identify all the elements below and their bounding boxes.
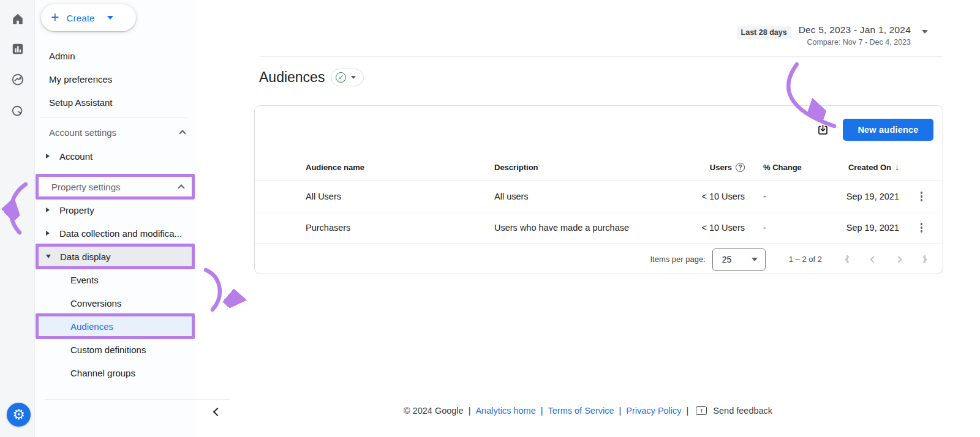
cell-created-on: Sep 19, 2021 xyxy=(803,223,899,233)
page-size-select[interactable]: 25 xyxy=(712,248,766,271)
date-range-picker[interactable]: Last 28 days Dec 5, 2023 - Jan 1, 2024 C… xyxy=(737,24,928,47)
audiences-card: New audience Audience name Description U… xyxy=(254,105,943,274)
date-range-value: Dec 5, 2023 - Jan 1, 2024 xyxy=(799,24,911,35)
footer: © 2024 Google | Analytics home | Terms o… xyxy=(196,406,980,416)
nav-item-property[interactable]: Property xyxy=(35,198,196,222)
nav-item-custom-definitions[interactable]: Custom definitions xyxy=(35,338,196,361)
chevron-down-icon xyxy=(752,258,758,261)
expand-arrow-icon xyxy=(46,154,50,159)
cell-users: < 10 Users xyxy=(699,192,745,201)
chevron-down-icon xyxy=(351,76,356,79)
terms-of-service-link[interactable]: Terms of Service xyxy=(548,406,614,416)
data-quality-indicator[interactable]: ✓ xyxy=(331,69,364,86)
analytics-home-link[interactable]: Analytics home xyxy=(475,406,535,416)
nav-item-conversions[interactable]: Conversions xyxy=(35,291,196,315)
pagination-bar: Items per page: 25 1 – 2 of 2 xyxy=(255,244,943,275)
chevron-up-icon xyxy=(178,184,184,191)
cell-change: - xyxy=(745,223,803,233)
first-page-icon[interactable] xyxy=(846,255,851,263)
expand-arrow-icon xyxy=(46,231,50,236)
pagination-range: 1 – 2 of 2 xyxy=(789,255,822,264)
col-change: % Change xyxy=(745,163,803,172)
create-label: Create xyxy=(66,13,94,23)
cell-description: All users xyxy=(494,192,699,201)
create-button[interactable]: + Create xyxy=(41,4,136,31)
nav-divider xyxy=(40,117,187,118)
main-content: Last 28 days Dec 5, 2023 - Jan 1, 2024 C… xyxy=(196,0,980,437)
cell-description: Users who have made a purchase xyxy=(494,223,699,233)
gear-icon: ⚙ xyxy=(12,408,25,422)
new-audience-button[interactable]: New audience xyxy=(843,119,933,141)
admin-nav: + Create Admin My preferences Setup Assi… xyxy=(35,0,196,437)
admin-gear-button[interactable]: ⚙ xyxy=(7,403,31,427)
chevron-down-icon xyxy=(107,16,113,20)
previous-page-icon[interactable] xyxy=(871,257,876,262)
advertising-icon[interactable] xyxy=(0,99,35,124)
check-circle-icon: ✓ xyxy=(336,72,346,83)
date-range-preset: Last 28 days xyxy=(737,26,791,39)
items-per-page-label: Items per page: xyxy=(650,255,705,264)
table-header-row: Audience name Description Users ? % Chan… xyxy=(255,154,943,181)
nav-item-setup-assistant[interactable]: Setup Assistant xyxy=(35,91,196,114)
privacy-policy-link[interactable]: Privacy Policy xyxy=(626,406,681,416)
plus-icon: + xyxy=(51,10,59,24)
collapse-arrow-icon xyxy=(46,255,51,258)
row-menu-icon[interactable] xyxy=(899,223,944,233)
cell-users: < 10 Users xyxy=(699,223,745,233)
chevron-up-icon xyxy=(179,130,186,136)
nav-section-property-settings[interactable]: Property settings xyxy=(36,174,195,200)
chevron-down-icon xyxy=(922,30,928,34)
last-page-icon[interactable] xyxy=(921,255,925,263)
cell-audience-name: All Users xyxy=(306,192,494,201)
feedback-icon: ! xyxy=(696,406,707,415)
nav-item-audiences[interactable]: Audiences xyxy=(36,313,195,339)
send-feedback-link[interactable]: Send feedback xyxy=(713,406,772,416)
app-rail: ⚙ xyxy=(0,0,35,437)
page-title: Audiences xyxy=(259,69,325,86)
table-row: Purchasers Users who have made a purchas… xyxy=(255,212,943,244)
expand-arrow-icon xyxy=(46,207,50,212)
col-created-on[interactable]: Created On ↓ xyxy=(803,162,899,172)
nav-item-events[interactable]: Events xyxy=(35,268,196,291)
nav-item-admin[interactable]: Admin xyxy=(35,44,196,67)
nav-divider xyxy=(45,399,230,400)
chevron-left-icon xyxy=(213,408,222,416)
nav-item-account[interactable]: Account xyxy=(35,144,196,168)
collapse-nav-button[interactable] xyxy=(209,404,225,420)
table-row: All Users All users < 10 Users - Sep 19,… xyxy=(255,181,943,212)
next-page-icon[interactable] xyxy=(896,257,901,262)
nav-item-my-preferences[interactable]: My preferences xyxy=(35,67,196,91)
nav-item-data-display[interactable]: Data display xyxy=(36,244,195,269)
help-icon[interactable]: ? xyxy=(736,163,745,172)
copyright-text: © 2024 Google xyxy=(404,406,464,416)
cell-audience-name: Purchasers xyxy=(306,223,494,233)
nav-item-data-collection[interactable]: Data collection and modifica... xyxy=(35,222,196,245)
download-icon[interactable] xyxy=(815,122,830,137)
cell-created-on: Sep 19, 2021 xyxy=(803,192,899,201)
cell-change: - xyxy=(745,192,803,201)
col-description: Description xyxy=(494,163,699,172)
sort-descending-icon[interactable]: ↓ xyxy=(895,162,899,172)
col-audience-name: Audience name xyxy=(306,163,494,172)
nav-section-account-settings[interactable]: Account settings xyxy=(35,121,196,144)
date-compare-value: Compare: Nov 7 - Dec 4, 2023 xyxy=(799,38,911,47)
header-divider xyxy=(260,56,943,57)
col-users: Users ? xyxy=(699,163,745,172)
nav-item-channel-groups[interactable]: Channel groups xyxy=(35,361,196,384)
row-menu-icon[interactable] xyxy=(899,192,944,201)
explore-icon[interactable] xyxy=(0,67,35,92)
home-icon[interactable] xyxy=(0,7,35,31)
reports-icon[interactable] xyxy=(0,37,35,61)
